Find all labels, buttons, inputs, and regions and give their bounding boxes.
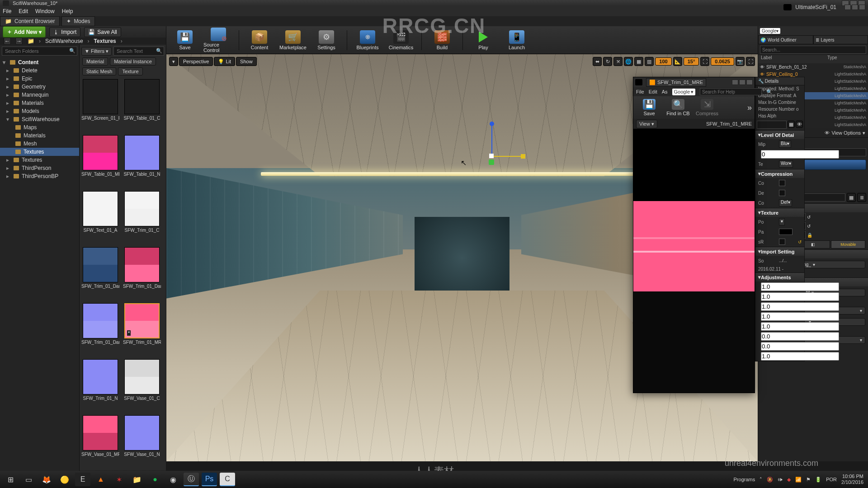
vp-menu-button[interactable]: ▾	[169, 57, 178, 66]
vp-snap-rotate[interactable]: ↻	[603, 57, 612, 66]
firefox-icon[interactable]: 🦊	[39, 473, 54, 486]
asset-tile[interactable]: SFW_Table_01_C	[124, 79, 160, 132]
comp-select[interactable]: Def▾	[779, 199, 792, 206]
section-compression[interactable]: ▾ Compression	[755, 169, 804, 178]
gizmo-origin[interactable]	[489, 154, 494, 158]
reset-icon[interactable]: ↺	[807, 224, 811, 229]
add-new-button[interactable]: ＋ Add New ▾	[3, 26, 46, 38]
mip-select[interactable]: Blu▾	[779, 141, 791, 148]
import-button[interactable]: ⭳ Import	[49, 27, 80, 37]
grid-view-icon[interactable]: ▦	[788, 121, 795, 128]
section-lod[interactable]: ▾ Level Of Detai	[755, 130, 804, 139]
adj-input[interactable]	[761, 292, 839, 301]
tb-content[interactable]: 📦Content	[245, 28, 274, 53]
google-dropdown[interactable]: Google▾	[672, 89, 695, 95]
comp-checkbox[interactable]	[779, 180, 785, 186]
tab-layers[interactable]: ≣ Layers	[813, 35, 868, 44]
menu-edit[interactable]: Edit	[649, 89, 657, 94]
tex-compress[interactable]: ⇲Compress	[694, 97, 720, 118]
vp-snap-move[interactable]: ⬌	[593, 57, 602, 66]
spotify-icon[interactable]: ●	[147, 473, 163, 486]
tree-item[interactable]: Textures	[0, 148, 79, 156]
filter-chip[interactable]: Static Mesh	[82, 67, 116, 75]
tb-save[interactable]: 💾Save	[170, 28, 200, 53]
chevron-right-icon[interactable]: »	[747, 103, 752, 113]
maximize-button[interactable]	[739, 80, 745, 85]
adj-input[interactable]	[761, 342, 839, 351]
adj-input[interactable]	[761, 282, 839, 291]
minimize-button[interactable]	[844, 5, 851, 10]
tb-source-control[interactable]: Source Control	[203, 28, 233, 53]
gizmo-z-axis[interactable]	[491, 124, 492, 156]
app-icon-2[interactable]: C	[220, 473, 235, 486]
tree-item[interactable]: ▸Delete	[0, 66, 79, 75]
tab-modes[interactable]: ✦ Modes	[61, 16, 95, 26]
vp-snap-scale[interactable]: ⤧	[613, 57, 623, 66]
menu-window[interactable]: Window	[35, 8, 55, 14]
asset-tile[interactable]: SFW_Vase_01_N	[124, 415, 160, 469]
asset-tile[interactable]: SFW_Trim_01_C	[124, 191, 160, 244]
tray-icon[interactable]: 📶	[795, 477, 802, 483]
unreal-icon[interactable]: Ⓤ	[184, 473, 199, 486]
breadcrumb-root[interactable]: ScifiWarehouse	[45, 38, 83, 44]
steam-icon[interactable]: ◉	[165, 473, 181, 486]
lod-input[interactable]	[761, 150, 839, 159]
tree-item[interactable]: Mesh	[0, 140, 79, 148]
tree-item[interactable]: ▸Models	[0, 107, 79, 115]
vp-scale-snap[interactable]: 0.0625	[711, 57, 734, 66]
tray-icon[interactable]: 🔕	[767, 477, 773, 483]
vlc-icon[interactable]: ▲	[93, 473, 108, 486]
adj-input[interactable]	[761, 312, 839, 321]
vp-maximize[interactable]: ⛶	[746, 57, 755, 66]
close-button[interactable]	[859, 5, 865, 10]
adj-input[interactable]	[761, 352, 839, 361]
asset-tile[interactable]: SFW_Trim_01_Dark_Panel_C	[82, 247, 118, 300]
outliner-row[interactable]: 👁SFW_Bench_01_12StaticMeshA	[758, 63, 868, 70]
lock-icon[interactable]: 🔒	[807, 233, 812, 238]
menu-asset[interactable]: As	[662, 89, 668, 94]
help-search-input[interactable]	[700, 88, 762, 95]
gizmo-y-axis[interactable]	[489, 160, 494, 165]
vp-lit[interactable]: 💡Lit	[214, 57, 235, 66]
asset-tile[interactable]: SFW_Trim_01_N	[82, 359, 118, 413]
tree-root[interactable]: ▾Content	[0, 58, 79, 66]
google-dropdown[interactable]: Google▾	[760, 28, 780, 34]
asset-tile[interactable]: SFW_Vase_01_MRE	[82, 415, 118, 469]
outliner-view-options[interactable]: 👁 View Options ▾	[825, 130, 865, 136]
tb-cinematics[interactable]: 🎬Cinematics	[386, 28, 416, 53]
tray-icon[interactable]: 🕪	[778, 477, 783, 482]
po-select[interactable]: ▾	[779, 218, 785, 225]
tex-view-button[interactable]: View ▾	[636, 120, 657, 128]
filter-chip[interactable]: Material	[82, 57, 108, 66]
app-icon[interactable]: ✶	[111, 473, 127, 486]
asset-tile[interactable]: SFW_Text_01_A	[82, 191, 118, 244]
vp-angle-icon[interactable]: 📐	[673, 57, 682, 66]
menu-help[interactable]: Help	[62, 8, 73, 14]
close-button[interactable]	[746, 80, 753, 85]
tree-item[interactable]: Maps	[0, 123, 79, 131]
mobility-movable[interactable]: Movable	[831, 240, 865, 249]
tree-item[interactable]: ▸ThirdPerson	[0, 164, 79, 172]
menu-file[interactable]: File	[636, 89, 644, 94]
asset-tile[interactable]: SFW_Table_01_N	[124, 135, 160, 188]
vp-show[interactable]: Show	[236, 57, 257, 66]
texture-preview[interactable]	[633, 201, 755, 291]
vp-grid[interactable]: ▥	[645, 57, 654, 66]
nav-back-button[interactable]: ←	[4, 38, 11, 45]
tex-save[interactable]: 💾Save	[636, 97, 662, 118]
vp-globe[interactable]: 🌐	[624, 57, 633, 66]
tb-marketplace[interactable]: 🛒Marketplace	[278, 28, 308, 53]
eye-icon[interactable]: 👁	[796, 121, 803, 128]
texgroup-select[interactable]: Wor▾	[779, 160, 793, 168]
tree-item[interactable]: ▾ScifiWarehouse	[0, 115, 79, 123]
vp-angle-snap[interactable]: 15°	[684, 57, 699, 66]
tex-details-search[interactable]	[757, 121, 787, 129]
tray-icon[interactable]: 🔋	[815, 477, 821, 483]
vp-surface[interactable]: ▦	[634, 57, 643, 66]
maximize-button[interactable]	[852, 5, 858, 10]
save-all-button[interactable]: 💾 Save All	[84, 27, 121, 37]
filters-button[interactable]: ▼ Filters ▾	[81, 47, 112, 56]
tb-blueprints[interactable]: ⎈Blueprints	[353, 28, 382, 53]
tree-item[interactable]: ▸Epic	[0, 75, 79, 83]
vp-perspective[interactable]: Perspective	[179, 57, 213, 66]
